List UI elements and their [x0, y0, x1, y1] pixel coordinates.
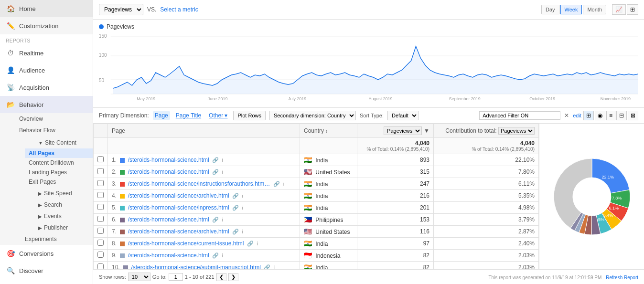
row-checkbox-1[interactable] — [97, 168, 104, 174]
sidebar-item-audience[interactable]: 👤 Audience — [0, 62, 93, 79]
sidebar-sub-content-drilldown[interactable]: Content Drilldown — [25, 158, 93, 168]
sidebar-item-conversions[interactable]: 🎯 Conversions — [0, 245, 93, 262]
sidebar-sub-overview[interactable]: Overview — [19, 113, 93, 125]
page-link-1[interactable]: /steroids-hormonal-science.html — [128, 168, 209, 175]
row-checkbox-2[interactable] — [97, 180, 104, 186]
open-icon-1[interactable]: 🔗 — [212, 169, 219, 175]
sidebar-sub-site-search-header[interactable]: ▶ Search — [19, 199, 93, 210]
row-num-6: 7. — [112, 228, 117, 235]
table-compare-view-button[interactable]: ⊠ — [628, 111, 638, 120]
open-icon-0[interactable]: 🔗 — [212, 157, 219, 163]
open-icon-7[interactable]: 🔗 — [247, 241, 254, 246]
sidebar-sub-site-speed-header[interactable]: ▶ Site Speed — [19, 188, 93, 199]
secondary-dim-select[interactable]: Secondary dimension: Country — [269, 111, 356, 120]
conversions-icon: 🎯 — [6, 249, 15, 258]
sidebar-item-behavior[interactable]: 📂 Behavior — [0, 96, 93, 113]
row-checkbox-9[interactable] — [97, 263, 104, 269]
sidebar-home-label: Home — [19, 5, 36, 12]
sort-type-label: Sort Type: — [360, 113, 384, 118]
open-icon-3[interactable]: 🔗 — [232, 193, 239, 199]
row-checkbox-7[interactable] — [97, 240, 104, 246]
page-link-2[interactable]: /steroids-hormonal-science/instructionsf… — [128, 180, 270, 187]
row-checkbox-4[interactable] — [97, 204, 104, 210]
day-button[interactable]: Day — [541, 5, 559, 14]
table-pivot-view-button[interactable]: ⊟ — [616, 111, 627, 120]
open-icon-4[interactable]: 🔗 — [232, 205, 239, 210]
table-row: 2. /steroids-hormonal-science.html 🔗 i 🇺… — [94, 166, 539, 178]
info-icon-9: i — [274, 264, 275, 269]
sidebar-sub-exit-pages[interactable]: Exit Pages — [25, 177, 93, 187]
prev-page-button[interactable]: ❮ — [216, 273, 226, 281]
next-page-button[interactable]: ❯ — [228, 273, 238, 281]
row-num-4: 5. — [112, 204, 117, 211]
customization-icon: ✏️ — [6, 21, 15, 31]
page-link-9[interactable]: /steroids-hormonal-science/submit-manusc… — [131, 264, 260, 269]
pageviews-8: 82 — [357, 250, 434, 262]
dim-page-button[interactable]: Page — [153, 111, 170, 120]
table-pie-view-button[interactable]: ◉ — [595, 111, 605, 120]
sidebar-sub-behavior-flow[interactable]: Behavior Flow — [19, 125, 93, 136]
col-pageviews-header[interactable]: Pageviews ▼ — [357, 124, 434, 138]
sidebar-sub-events-header[interactable]: ▶ Events — [19, 210, 93, 222]
select-metric-link[interactable]: Select a metric — [160, 6, 198, 13]
page-link-5[interactable]: /steroids-hormonal-science.html — [128, 216, 209, 223]
table-row: 9. /steroids-hormonal-science.html 🔗 i 🇮… — [94, 250, 539, 262]
flag-9: 🇮🇳 — [304, 263, 312, 269]
contribution-metric-select[interactable]: Pageviews — [498, 127, 535, 135]
page-link-3[interactable]: /steroids-hormonal-science/archive.html — [128, 192, 229, 199]
sidebar-sub-publisher-header[interactable]: ▶ Publisher — [19, 222, 93, 233]
pie-label-1: 7.8% — [612, 195, 622, 200]
sidebar-sub-all-pages[interactable]: All Pages — [25, 148, 93, 158]
page-link-0[interactable]: /steroids-hormonal-science.html — [128, 157, 209, 163]
open-icon-9[interactable]: 🔗 — [264, 264, 270, 269]
sort-type-select[interactable]: Default — [387, 111, 419, 120]
line-chart-button[interactable]: 📈 — [612, 4, 626, 15]
info-icon-8: i — [222, 252, 223, 258]
page-link-8[interactable]: /steroids-hormonal-science.html — [128, 252, 209, 259]
table-controls-bar: Primary Dimension: Page Page Title Other… — [93, 108, 644, 124]
show-rows-select[interactable]: 102550100 — [128, 273, 150, 281]
show-rows-label: Show rows: — [99, 274, 126, 280]
sidebar-item-realtime[interactable]: ⏱ Realtime — [0, 44, 93, 62]
dim-other-button[interactable]: Other ▾ — [207, 111, 229, 120]
sidebar-item-acquisition[interactable]: 📡 Acquisition — [0, 79, 93, 96]
dim-page-title-button[interactable]: Page Title — [174, 111, 203, 120]
filter-clear-button[interactable]: ✕ — [562, 111, 571, 120]
open-icon-5[interactable]: 🔗 — [212, 217, 219, 222]
filter-edit-link[interactable]: edit — [573, 113, 581, 118]
table-row: 7. /steroids-hormonal-science/archive.ht… — [94, 226, 539, 238]
sidebar-sub-experiments[interactable]: Experiments — [19, 233, 93, 245]
open-icon-2[interactable]: 🔗 — [273, 181, 280, 187]
sidebar-item-customization[interactable]: ✏️ Customization — [0, 17, 93, 34]
sidebar-item-home[interactable]: 🏠 Home — [0, 0, 93, 17]
open-icon-6[interactable]: 🔗 — [232, 229, 239, 234]
open-icon-8[interactable]: 🔗 — [212, 252, 219, 258]
metric-select[interactable]: Pageviews — [99, 4, 143, 15]
goto-input[interactable] — [169, 273, 183, 281]
week-button[interactable]: Week — [560, 5, 582, 14]
row-checkbox-0[interactable] — [97, 156, 104, 162]
audience-icon: 👤 — [6, 65, 15, 75]
sidebar-sub-landing-pages[interactable]: Landing Pages — [25, 168, 93, 177]
row-checkbox-3[interactable] — [97, 192, 104, 198]
table-grid-view-button[interactable]: ⊞ — [583, 111, 594, 120]
row-checkbox-8[interactable] — [97, 252, 104, 258]
sidebar-item-admin[interactable]: ⚙️ Admin — [0, 279, 93, 284]
page-link-6[interactable]: /steroids-hormonal-science/archive.html — [128, 228, 229, 235]
page-link-4[interactable]: /steroids-hormonal-science/inpress.html — [128, 204, 229, 211]
page-link-7[interactable]: /steroids-hormonal-science/current-issue… — [128, 240, 244, 247]
refresh-report-link[interactable]: Refresh Report — [606, 275, 638, 280]
sidebar-item-discover[interactable]: 🔍 Discover — [0, 262, 93, 279]
pageviews-6: 116 — [357, 226, 434, 238]
pageviews-metric-select[interactable]: Pageviews — [384, 126, 422, 135]
plot-rows-button[interactable]: Plot Rows — [233, 111, 266, 120]
col-contribution-header: Contribution to total: Pageviews — [434, 124, 539, 138]
row-checkbox-6[interactable] — [97, 228, 104, 234]
filter-input[interactable] — [479, 111, 560, 120]
row-checkbox-5[interactable] — [97, 216, 104, 222]
bar-chart-button[interactable]: ⊞ — [627, 4, 638, 15]
sidebar-sub-site-content-header[interactable]: ▼ Site Content — [19, 137, 93, 148]
country-8: Indonesia — [315, 252, 340, 259]
table-list-view-button[interactable]: ≡ — [606, 111, 615, 120]
month-button[interactable]: Month — [583, 5, 606, 14]
